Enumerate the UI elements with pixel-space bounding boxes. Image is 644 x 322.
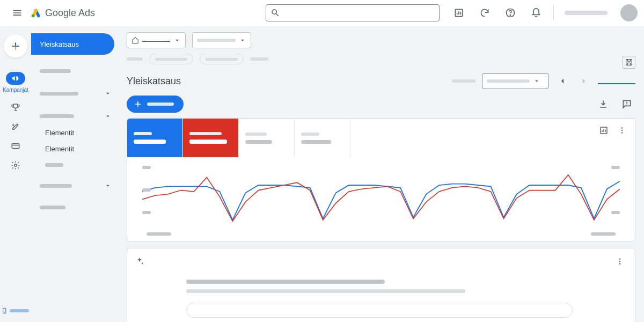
chevron-right-icon [579,76,589,86]
sidebar-item-4[interactable] [31,177,118,194]
refresh-icon[interactable] [474,2,495,24]
insight-menu-button[interactable] [612,254,627,269]
rail-goals[interactable] [0,98,31,118]
page-title: Yleiskatsaus [127,76,445,87]
chevron-down-icon [104,182,112,189]
svg-point-11 [621,130,623,131]
rail-bottom-link[interactable] [0,304,31,318]
sidebar-item-1[interactable] [31,62,118,79]
kebab-icon [615,257,625,266]
rail-tools[interactable] [0,118,31,137]
google-ads-logo-icon [30,7,42,19]
menu-button[interactable] [6,2,28,24]
card-icon [11,141,20,151]
chevron-left-icon [558,76,567,86]
line-chart [142,166,620,230]
sidebar-item-5[interactable] [31,199,118,216]
help-icon[interactable] [500,2,521,24]
rail-admin[interactable] [0,156,31,175]
rail-campaigns-label: Kampanjat [3,87,28,93]
card-menu-button[interactable] [614,123,630,138]
sidebar-overview[interactable]: Yleiskatsaus [31,33,114,55]
date-prev-button[interactable] [555,74,570,89]
metric-tab-3[interactable] [239,119,295,157]
insight-title [186,280,385,284]
trend-sparkline [598,78,635,84]
divider [553,5,554,20]
avatar[interactable] [620,4,638,21]
download-icon [598,99,609,109]
mobile-icon [1,307,8,314]
account-label [565,11,608,15]
feedback-icon [621,99,632,109]
chart-icon [599,126,609,135]
breadcrumb [118,53,644,70]
breadcrumb-chip-2[interactable] [200,54,244,64]
insight-card [127,248,635,322]
metric-tab-4[interactable] [295,119,350,157]
svg-point-5 [14,164,17,167]
svg-point-3 [510,15,510,16]
sidebar-sub-elements-1[interactable]: Elementit [31,125,118,141]
sparkle-icon [135,257,144,266]
product-logo: Google Ads [30,7,95,19]
insight-input[interactable] [186,303,573,318]
svg-point-14 [619,261,620,262]
create-button[interactable] [4,34,27,58]
product-name: Google Ads [45,8,95,19]
svg-point-10 [621,127,623,128]
sidebar-item-2[interactable] [31,85,118,102]
sidebar-sub-elements-2[interactable]: Elementit [31,141,118,157]
metrics-card [127,118,635,241]
account-scope-selector[interactable] [127,32,186,48]
reports-icon[interactable] [448,2,470,24]
svg-point-12 [621,132,623,133]
feedback-button[interactable] [618,96,635,113]
gear-icon [11,160,20,170]
search-icon [270,8,280,18]
trophy-icon [11,103,20,112]
expand-chart-button[interactable] [596,123,611,138]
rail-campaigns[interactable]: Kampanjat [0,68,31,98]
plus-icon [133,99,143,109]
campaign-scope-selector[interactable] [192,32,251,48]
metric-tab-2[interactable] [183,119,239,157]
chevron-down-icon [533,77,540,85]
chevron-down-icon [239,36,246,44]
svg-rect-4 [12,144,19,149]
save-icon [625,58,633,67]
kebab-icon [617,126,627,135]
tools-icon [11,122,20,131]
save-view-button[interactable] [623,56,635,69]
megaphone-icon [11,74,20,83]
home-icon [131,36,139,44]
chevron-down-icon [173,36,181,44]
add-button[interactable] [127,96,184,113]
sidebar-item-3[interactable] [31,107,118,125]
date-range-picker[interactable] [482,73,548,89]
insight-subtitle [186,289,465,293]
sidebar-sub-3[interactable] [31,157,118,173]
notifications-icon[interactable] [525,2,547,24]
metric-tab-1[interactable] [127,119,183,157]
breadcrumb-chip-1[interactable] [149,54,193,64]
chevron-down-icon [104,90,112,97]
svg-point-0 [32,14,35,18]
svg-rect-8 [626,60,632,65]
rail-billing[interactable] [0,137,31,156]
download-button[interactable] [595,96,612,113]
search-input[interactable] [266,4,440,21]
svg-point-15 [619,263,620,264]
sidebar-overview-label: Yleiskatsaus [40,40,79,48]
chevron-up-icon [104,112,112,120]
svg-point-7 [4,312,5,313]
svg-point-13 [619,258,620,259]
date-next-button[interactable] [576,74,591,89]
